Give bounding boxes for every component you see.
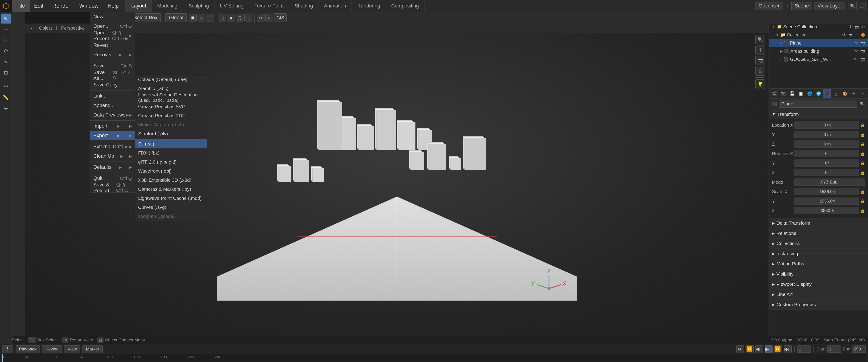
start-frame-input[interactable] (827, 345, 841, 353)
props-physics-icon[interactable]: ⚛ (858, 89, 867, 98)
props-scene-icon2[interactable]: 🌐 (805, 89, 814, 98)
props-view-layer-icon[interactable]: 📋 (797, 89, 805, 98)
timeline-icon[interactable]: ⏱ (2, 345, 13, 353)
lock-location-y[interactable]: 🔒 (860, 133, 865, 137)
menu-item-quit[interactable]: Quit Ctrl Q (90, 173, 135, 183)
line-art-header[interactable]: ▶ Line Art (769, 289, 868, 299)
menu-item-defaults[interactable]: Defaults ▶ (90, 163, 135, 172)
props-mesh-icon[interactable]: △ (832, 89, 840, 98)
shader-icon[interactable]: 💡 (755, 79, 765, 89)
menu-item-save-copy[interactable]: Save Copy... (90, 80, 135, 90)
menu-item-new[interactable]: New (90, 12, 135, 22)
sidebar-add-tool[interactable]: ⊕ (1, 103, 11, 113)
scale-y[interactable]: 1536.04 (795, 197, 860, 205)
tab-compositing[interactable]: Compositing (386, 0, 425, 12)
grid-toggle[interactable]: ⊞ (206, 14, 214, 22)
current-frame-input[interactable] (797, 345, 811, 353)
export-curves-svg[interactable]: Curves (.svg) (135, 203, 207, 212)
options-button[interactable]: Options ▾ (755, 2, 783, 10)
lock-scale-x[interactable]: 🔒 (860, 190, 865, 194)
viewport-mode-button[interactable]: Object (37, 25, 54, 32)
lock-rotation-x[interactable]: 🔒 (860, 151, 865, 156)
rotation-x[interactable]: 0° (795, 150, 860, 157)
menu-item-data-previews[interactable]: Data Previews ▶ (90, 110, 135, 120)
prev-frame-button[interactable]: ⏪ (746, 345, 754, 353)
sidebar-scale-tool[interactable]: ⤡ (1, 57, 11, 67)
camera-scene-icon[interactable]: 📷 (855, 25, 860, 29)
menu-edit[interactable]: Edit (30, 0, 48, 12)
sidebar-transform-tool[interactable]: ⊞ (1, 68, 11, 78)
overlay-toggle[interactable]: ⊙ (257, 14, 265, 22)
search-viewport-icon[interactable]: 🔍 (755, 35, 765, 44)
export-gp-svg[interactable]: Grease Pencil as SVG (135, 102, 207, 111)
eye-icon-scene[interactable]: 👁 (849, 24, 853, 29)
menu-item-import[interactable]: Import ▶ (90, 121, 135, 131)
motion-paths-header[interactable]: ▶ Motion Paths (769, 259, 868, 269)
export-obj[interactable]: Wavefront (.obj) (135, 167, 207, 175)
tab-sculpting[interactable]: Sculpting (183, 0, 215, 12)
export-lightwave[interactable]: Lightwave Point Cache (.mdd) (135, 194, 207, 203)
play-reverse-button[interactable]: ◀ (755, 345, 763, 353)
menu-item-append[interactable]: Append... (90, 101, 135, 110)
collection-item-main[interactable]: ▼ 📁 Collection 👁 📷 ⊙ (769, 31, 868, 39)
visibility-header[interactable]: ▶ Visibility (769, 269, 868, 279)
export-collada[interactable]: Collada (Default) (.dae) (135, 75, 207, 84)
object-name-input[interactable] (779, 100, 857, 108)
menu-item-external-data[interactable]: External Data ▶ (90, 142, 135, 151)
camera-collection-icon[interactable]: 📷 (849, 33, 853, 37)
tab-uv-editing[interactable]: UV Editing (215, 0, 249, 12)
props-object-icon[interactable]: ⬛ (823, 89, 831, 98)
tab-shading[interactable]: Shading (289, 0, 319, 12)
scene-collection-root[interactable]: ▼ 📁 Scene Collection 👁 📷 ⊙ (769, 23, 868, 31)
menu-item-link[interactable]: Link... (90, 91, 135, 101)
eye-icon-plane[interactable]: 👁 (854, 41, 858, 46)
custom-properties-header[interactable]: ▶ Custom Properties (769, 300, 868, 309)
export-fbx[interactable]: FBX (.fbx) (135, 148, 207, 158)
tab-layout[interactable]: Layout (126, 0, 152, 12)
menu-item-clean-up[interactable]: Clean Up ▶ (90, 151, 135, 161)
export-gp-pdf[interactable]: Grease Pencil as PDF (135, 111, 207, 120)
tab-modeling[interactable]: Modeling (152, 0, 183, 12)
render-collection-icon[interactable]: ⊙ (856, 33, 859, 37)
menu-file[interactable]: File (12, 0, 30, 12)
scene-selector[interactable]: Scene (792, 2, 812, 10)
play-button[interactable]: ▶ (765, 345, 773, 353)
props-scene-icon[interactable]: 🎬 (770, 89, 778, 98)
viewport-shading-rendered[interactable]: ◌ (244, 14, 252, 22)
gis-label[interactable]: GIS (274, 13, 287, 22)
view-layer-selector[interactable]: View Layer (814, 2, 845, 10)
props-render-icon[interactable]: 📷 (779, 89, 787, 98)
eye-icon-collection[interactable]: 👁 (842, 33, 846, 37)
sidebar-select-tool[interactable]: ↖ (1, 13, 11, 24)
tab-rendering[interactable]: Rendering (352, 0, 386, 12)
menu-item-open[interactable]: Open... Ctrl O (90, 22, 135, 31)
keying-button[interactable]: Keying (42, 345, 62, 353)
instancing-header[interactable]: ▶ Instancing (769, 249, 868, 259)
collections-header[interactable]: ▶ Collections (769, 239, 868, 248)
outliner-item-plane[interactable]: ○ ⬛ Plane 👁 📷 (769, 39, 868, 47)
menu-item-recover[interactable]: Recover ▶ (90, 50, 135, 59)
jump-end-button[interactable]: ⏭ (784, 345, 792, 353)
outliner-item-building[interactable]: ▶ ⬛ Areas.building 👁 📷 (769, 47, 868, 55)
sidebar-annotate-tool[interactable]: ✏ (1, 82, 11, 92)
camera-plane-icon[interactable]: 📷 (860, 41, 865, 45)
menu-item-export[interactable]: Export ▶ (90, 131, 135, 140)
viewport-display-header[interactable]: ▶ Viewport Display (769, 279, 868, 289)
tab-texture-paint[interactable]: Texture Paint (249, 0, 289, 12)
transform-header[interactable]: ▼ Transform (769, 109, 868, 119)
scale-x[interactable]: 1536.04 (795, 188, 860, 195)
lock-location-z[interactable]: 🔒 (860, 142, 865, 146)
sidebar-cursor-tool[interactable]: ✛ (1, 24, 11, 34)
delta-transform-header[interactable]: ▶ Delta Transform (769, 218, 868, 228)
rotation-z[interactable]: 0° (795, 169, 860, 176)
rotation-y[interactable]: 0° (795, 160, 860, 167)
render-icon[interactable]: 🎬 (755, 66, 765, 76)
props-world-icon[interactable]: 🌍 (814, 89, 823, 98)
menu-window[interactable]: Window (75, 0, 103, 12)
cursor-icon[interactable]: ✛ (755, 45, 765, 55)
lock-rotation-z[interactable]: 🔒 (860, 171, 865, 175)
export-cameras[interactable]: Cameras & Markers (.py) (135, 185, 207, 194)
lock-location-x[interactable]: 🔒 (860, 123, 865, 128)
menu-help[interactable]: Help (103, 0, 123, 12)
camera-google-icon[interactable]: 📷 (860, 57, 865, 61)
